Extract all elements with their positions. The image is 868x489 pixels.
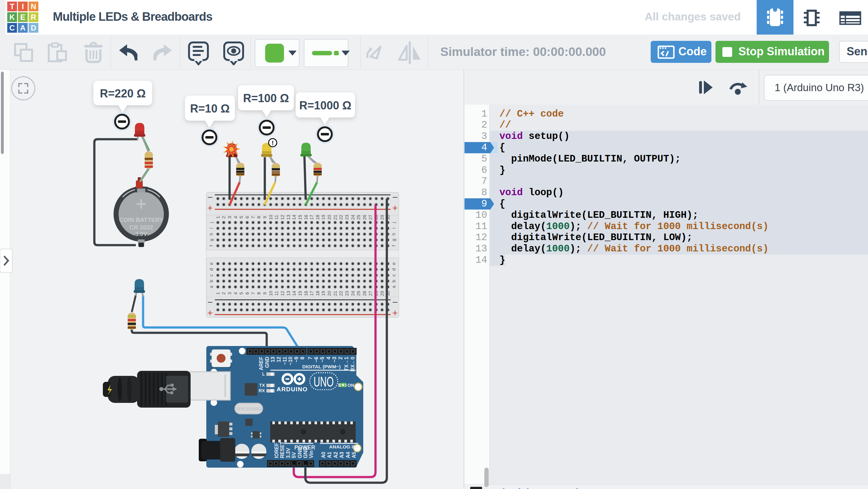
svg-text:RESET: RESET — [280, 441, 285, 458]
svg-text:7: 7 — [251, 216, 256, 219]
svg-text:b: b — [209, 280, 214, 282]
svg-text:20: 20 — [327, 215, 332, 220]
svg-text:19: 19 — [321, 215, 326, 220]
svg-text:15: 15 — [298, 291, 303, 296]
svg-text:15: 15 — [298, 215, 303, 220]
svg-text:9: 9 — [262, 292, 267, 294]
svg-text:~3: ~3 — [332, 357, 337, 362]
svg-text:Vin: Vin — [309, 450, 314, 458]
svg-text:25: 25 — [356, 291, 361, 296]
svg-text:COIN BATTERY: COIN BATTERY — [119, 217, 163, 223]
svg-text:R=220 Ω: R=220 Ω — [100, 87, 146, 100]
svg-text:7: 7 — [251, 292, 256, 294]
svg-text:e: e — [209, 262, 214, 265]
svg-text:UNO: UNO — [314, 374, 334, 389]
svg-text:g: g — [209, 238, 214, 241]
svg-text:23: 23 — [344, 291, 349, 296]
svg-text:12: 12 — [276, 357, 281, 362]
svg-text:19: 19 — [321, 291, 326, 296]
svg-text:j: j — [209, 222, 214, 223]
svg-text:4: 4 — [233, 292, 238, 294]
svg-text:+: + — [392, 203, 398, 213]
svg-text:1: 1 — [215, 292, 220, 294]
svg-text:RX←0: RX←0 — [350, 357, 355, 371]
svg-text:2: 2 — [221, 292, 226, 294]
svg-text:h: h — [391, 233, 396, 235]
svg-text:23: 23 — [344, 215, 349, 220]
svg-text:3: 3 — [227, 216, 232, 219]
svg-text:29: 29 — [380, 291, 384, 296]
svg-text:c: c — [209, 274, 214, 276]
svg-text:d: d — [209, 268, 214, 270]
svg-text:2: 2 — [338, 357, 343, 360]
svg-text:A5: A5 — [351, 452, 356, 458]
svg-text:A3: A3 — [339, 452, 344, 458]
svg-text:R=1000 Ω: R=1000 Ω — [300, 99, 351, 112]
svg-text:2: 2 — [221, 216, 226, 219]
svg-text:d: d — [391, 268, 396, 270]
svg-text:5V: 5V — [291, 452, 297, 458]
svg-text:5: 5 — [239, 292, 244, 294]
svg-text:13: 13 — [286, 291, 291, 296]
svg-text:~10: ~10 — [288, 357, 293, 365]
svg-text:29: 29 — [380, 215, 384, 220]
svg-text:17: 17 — [309, 291, 314, 296]
svg-text:RX: RX — [259, 388, 265, 393]
svg-text:20: 20 — [327, 291, 332, 296]
svg-text:17: 17 — [309, 215, 314, 220]
svg-text:12: 12 — [280, 291, 285, 296]
svg-text:GND: GND — [265, 357, 270, 368]
svg-text:9: 9 — [262, 216, 267, 219]
svg-text:−: − — [392, 192, 398, 202]
svg-text:L: L — [262, 371, 265, 377]
svg-text:−: − — [207, 297, 213, 307]
svg-text:10: 10 — [268, 215, 273, 220]
svg-text:5: 5 — [239, 216, 244, 219]
svg-text:b: b — [391, 280, 396, 282]
svg-text:6: 6 — [245, 216, 250, 219]
svg-text:R=100 Ω: R=100 Ω — [243, 92, 289, 105]
svg-text:~11: ~11 — [282, 357, 287, 365]
svg-text:26: 26 — [362, 291, 367, 296]
svg-text:21: 21 — [333, 291, 338, 296]
svg-text:+: + — [207, 308, 213, 318]
svg-text:27: 27 — [368, 291, 373, 296]
svg-text:8: 8 — [256, 292, 261, 294]
svg-text:ARDUINO: ARDUINO — [276, 386, 308, 393]
svg-text:DIGITAL (PWM~): DIGITAL (PWM~) — [302, 364, 341, 369]
svg-text:IOREF: IOREF — [274, 443, 279, 458]
svg-text:j: j — [391, 222, 396, 223]
svg-text:e: e — [391, 262, 396, 265]
svg-text:3.3V: 3.3V — [285, 448, 291, 458]
svg-text:3: 3 — [227, 292, 232, 294]
svg-text:26: 26 — [362, 215, 367, 220]
svg-text:TX→1: TX→1 — [344, 357, 349, 371]
svg-text:!: ! — [272, 139, 274, 146]
svg-text:+: + — [207, 203, 213, 213]
svg-text:12: 12 — [280, 215, 285, 220]
svg-text:ON: ON — [347, 383, 354, 388]
svg-text:AREF: AREF — [258, 357, 264, 370]
svg-text:10: 10 — [268, 291, 273, 296]
svg-text:~6: ~6 — [314, 357, 319, 362]
svg-text:24: 24 — [350, 291, 355, 296]
svg-text:3.0V: 3.0V — [135, 231, 147, 237]
svg-text:i: i — [391, 228, 396, 229]
svg-text:18: 18 — [315, 291, 320, 296]
svg-text:22: 22 — [338, 291, 343, 296]
svg-text:11: 11 — [274, 215, 279, 220]
svg-text:8: 8 — [300, 357, 305, 360]
svg-text:14: 14 — [291, 291, 297, 296]
svg-text:24: 24 — [350, 215, 355, 220]
svg-text:ANALOG IN: ANALOG IN — [329, 444, 356, 449]
svg-text:a: a — [209, 285, 214, 288]
svg-text:TX: TX — [259, 383, 265, 388]
svg-text:21: 21 — [333, 215, 338, 220]
svg-text:14: 14 — [291, 215, 297, 220]
svg-text:g: g — [391, 238, 396, 241]
svg-text:SPK16.000G: SPK16.000G — [236, 406, 262, 412]
svg-text:16: 16 — [304, 215, 309, 220]
svg-text:13: 13 — [286, 215, 291, 220]
svg-text:1: 1 — [215, 216, 220, 219]
svg-text:~5: ~5 — [319, 357, 325, 362]
